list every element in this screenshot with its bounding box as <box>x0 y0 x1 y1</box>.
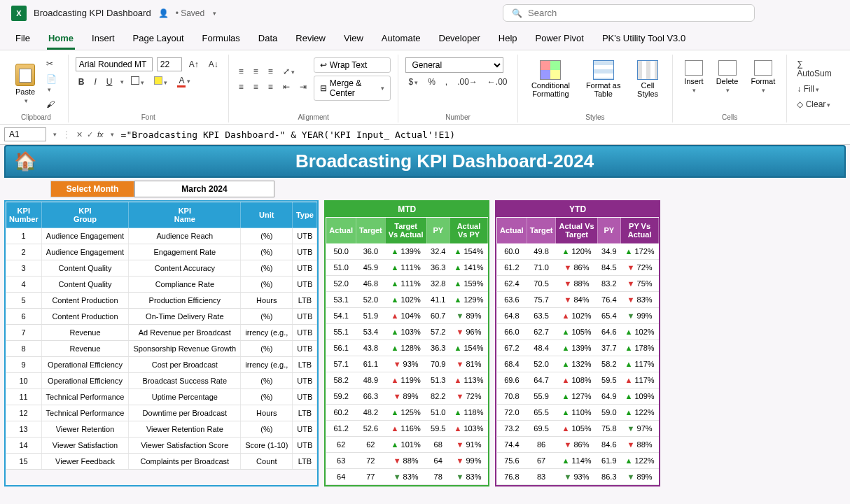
cell[interactable]: 84.5 <box>597 260 620 276</box>
cell[interactable]: 9 <box>6 357 42 373</box>
table-row[interactable]: 51.045.9▲ 111%36.3▲ 141% <box>326 260 488 276</box>
cell[interactable]: ▼ 81% <box>450 356 487 372</box>
cell[interactable]: Operational Efficiency <box>41 373 129 389</box>
cell[interactable]: 51.9 <box>356 308 385 324</box>
ribbon-tab-home[interactable]: Home <box>47 29 75 50</box>
table-row[interactable]: 61.271.0▼ 86%84.5▼ 72% <box>497 260 659 276</box>
table-row[interactable]: 8RevenueSponsorship Revenue Growth(%)UTB <box>6 341 317 357</box>
ribbon-tab-page-layout[interactable]: Page Layout <box>132 29 186 50</box>
table-row[interactable]: 12Technical PerformanceDowntime per Broa… <box>6 405 317 421</box>
table-row[interactable]: 15Viewer FeedbackComplaints per Broadcas… <box>6 454 317 470</box>
cell[interactable]: 51.0 <box>426 405 450 421</box>
cell[interactable]: ▼ 88% <box>621 437 659 453</box>
cell[interactable]: ▲ 103% <box>450 421 487 437</box>
table-row[interactable]: 7RevenueAd Revenue per Broadcastirrency … <box>6 325 317 341</box>
saved-status[interactable]: • Saved <box>176 8 205 18</box>
cell[interactable]: 53.1 <box>326 292 356 308</box>
cell[interactable]: 76.8 <box>497 469 527 485</box>
cut-button[interactable]: ✂ <box>43 57 61 70</box>
cell[interactable]: 59.5 <box>597 372 620 388</box>
percent-button[interactable]: % <box>425 76 438 88</box>
cell[interactable]: 58.2 <box>326 372 356 388</box>
decrease-decimal-button[interactable]: ←.00 <box>485 76 510 88</box>
table-row[interactable]: 10Operational EfficiencyBroadcast Succes… <box>6 373 317 389</box>
cell[interactable]: 66.0 <box>497 324 527 340</box>
underline-button[interactable]: U <box>104 76 116 88</box>
cell[interactable]: 68 <box>426 437 450 453</box>
cell[interactable]: ▲ 154% <box>450 340 487 356</box>
cell[interactable]: Viewer Satisfaction <box>41 438 129 454</box>
enter-icon[interactable]: ✓ <box>87 130 93 139</box>
cell[interactable]: 75.8 <box>597 421 620 437</box>
cell[interactable]: (%) <box>241 341 293 357</box>
cell[interactable]: 62.7 <box>527 324 556 340</box>
cell[interactable]: ▼ 83% <box>621 292 659 308</box>
cell[interactable]: ▼ 89% <box>450 308 487 324</box>
table-row[interactable]: 5Content ProductionProduction Efficiency… <box>6 293 317 309</box>
cell[interactable]: 69.6 <box>497 372 527 388</box>
conditional-formatting-button[interactable]: Conditional Formatting <box>525 57 577 101</box>
cell[interactable]: ▼ 99% <box>621 308 659 324</box>
ribbon-tab-data[interactable]: Data <box>257 29 279 50</box>
cell[interactable]: UTB <box>293 389 317 405</box>
border-button[interactable]: ▾ <box>128 75 147 88</box>
cell[interactable]: UTB <box>293 341 317 357</box>
ribbon-tab-formulas[interactable]: Formulas <box>201 29 242 50</box>
autosum-button[interactable]: ∑ AutoSum <box>794 57 839 80</box>
cell[interactable]: ▲ 111% <box>385 260 426 276</box>
cell[interactable]: 36.0 <box>356 244 385 260</box>
align-center-button[interactable]: ≡ <box>251 80 261 93</box>
cell[interactable]: ▲ 128% <box>385 340 426 356</box>
cell[interactable]: 52.6 <box>356 421 385 437</box>
cell[interactable]: Hours <box>241 405 293 421</box>
insert-button[interactable]: Insert▾ <box>680 57 708 97</box>
cell[interactable]: Content Accuracy <box>129 260 241 276</box>
table-row[interactable]: 6Content ProductionOn-Time Delivery Rate… <box>6 309 317 325</box>
cell[interactable]: LTB <box>293 405 317 421</box>
cell[interactable]: ▼ 84% <box>556 292 597 308</box>
cell[interactable]: 76.4 <box>597 292 620 308</box>
name-box[interactable] <box>4 127 46 141</box>
cell[interactable]: Viewer Retention Rate <box>129 421 241 438</box>
cell[interactable]: UTB <box>293 421 317 438</box>
increase-decimal-button[interactable]: .00→ <box>454 76 480 88</box>
cell[interactable]: Technical Performance <box>41 405 129 421</box>
increase-font-button[interactable]: A↑ <box>186 58 202 71</box>
cell[interactable]: 72 <box>356 453 385 469</box>
cell[interactable]: 83 <box>527 469 556 485</box>
format-as-table-button[interactable]: Format as Table <box>580 57 626 101</box>
cell[interactable]: ▼ 75% <box>621 276 659 292</box>
cell[interactable]: UTB <box>293 228 317 244</box>
clear-button[interactable]: ◇ Clear▾ <box>794 98 839 111</box>
format-button[interactable]: Format▾ <box>746 57 779 97</box>
cell[interactable]: ▼ 86% <box>556 260 597 276</box>
cell[interactable]: ▲ 105% <box>556 421 597 437</box>
cell[interactable]: 55.1 <box>326 324 356 340</box>
cell[interactable]: ▼ 97% <box>621 421 659 437</box>
table-row[interactable]: 57.161.1▼ 93%70.9▼ 81% <box>326 356 488 372</box>
cell[interactable]: ▲ 116% <box>385 421 426 437</box>
cell[interactable]: LTB <box>293 293 317 309</box>
cell[interactable]: Operational Efficiency <box>41 357 129 373</box>
cell[interactable]: Viewer Feedback <box>41 454 129 470</box>
table-row[interactable]: 59.266.3▼ 89%82.2▼ 72% <box>326 388 488 405</box>
table-row[interactable]: 50.036.0▲ 139%32.4▲ 154% <box>326 244 488 260</box>
table-row[interactable]: 2Audience EngagementEngagement Rate(%)UT… <box>6 244 317 260</box>
cell[interactable]: ▼ 96% <box>450 324 487 340</box>
cell[interactable]: (%) <box>241 389 293 405</box>
cell[interactable]: 70.5 <box>527 276 556 292</box>
cell[interactable]: 72.0 <box>497 405 527 421</box>
ribbon-tab-file[interactable]: File <box>14 29 32 50</box>
cell[interactable]: 65.5 <box>527 405 556 421</box>
cell[interactable]: ▼ 72% <box>450 388 487 405</box>
cell[interactable]: ▼ 86% <box>556 437 597 453</box>
cell[interactable]: UTB <box>293 309 317 325</box>
cell[interactable]: 6 <box>6 309 42 325</box>
cell[interactable]: 48.2 <box>356 405 385 421</box>
cell[interactable]: 65.4 <box>597 308 620 324</box>
cell[interactable]: 41.1 <box>426 292 450 308</box>
table-row[interactable]: 6262▲ 101%68▼ 91% <box>326 437 488 453</box>
ribbon-tab-help[interactable]: Help <box>497 29 519 50</box>
cell[interactable]: ▲ 178% <box>621 340 659 356</box>
cell[interactable]: 46.8 <box>356 276 385 292</box>
